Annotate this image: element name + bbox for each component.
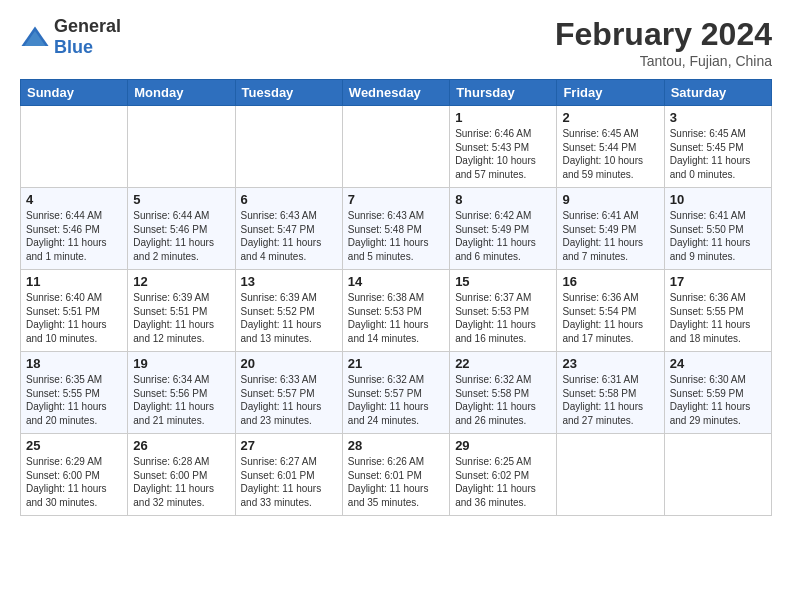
day-info: Sunrise: 6:44 AM Sunset: 5:46 PM Dayligh… <box>26 209 122 263</box>
day-number: 4 <box>26 192 122 207</box>
day-number: 8 <box>455 192 551 207</box>
logo-icon <box>20 25 50 49</box>
day-info: Sunrise: 6:32 AM Sunset: 5:58 PM Dayligh… <box>455 373 551 427</box>
calendar-cell: 26Sunrise: 6:28 AM Sunset: 6:00 PM Dayli… <box>128 434 235 516</box>
day-number: 27 <box>241 438 337 453</box>
day-number: 17 <box>670 274 766 289</box>
day-info: Sunrise: 6:39 AM Sunset: 5:52 PM Dayligh… <box>241 291 337 345</box>
calendar-cell: 2Sunrise: 6:45 AM Sunset: 5:44 PM Daylig… <box>557 106 664 188</box>
day-info: Sunrise: 6:30 AM Sunset: 5:59 PM Dayligh… <box>670 373 766 427</box>
day-number: 19 <box>133 356 229 371</box>
day-number: 22 <box>455 356 551 371</box>
day-info: Sunrise: 6:32 AM Sunset: 5:57 PM Dayligh… <box>348 373 444 427</box>
calendar-header-row: SundayMondayTuesdayWednesdayThursdayFrid… <box>21 80 772 106</box>
calendar-cell: 6Sunrise: 6:43 AM Sunset: 5:47 PM Daylig… <box>235 188 342 270</box>
day-number: 1 <box>455 110 551 125</box>
logo-blue: Blue <box>54 37 93 57</box>
calendar-cell: 5Sunrise: 6:44 AM Sunset: 5:46 PM Daylig… <box>128 188 235 270</box>
day-number: 18 <box>26 356 122 371</box>
calendar-cell: 17Sunrise: 6:36 AM Sunset: 5:55 PM Dayli… <box>664 270 771 352</box>
day-number: 3 <box>670 110 766 125</box>
day-number: 15 <box>455 274 551 289</box>
day-info: Sunrise: 6:43 AM Sunset: 5:47 PM Dayligh… <box>241 209 337 263</box>
weekday-header: Friday <box>557 80 664 106</box>
logo-general: General <box>54 16 121 36</box>
calendar-cell: 18Sunrise: 6:35 AM Sunset: 5:55 PM Dayli… <box>21 352 128 434</box>
day-info: Sunrise: 6:40 AM Sunset: 5:51 PM Dayligh… <box>26 291 122 345</box>
calendar-cell: 7Sunrise: 6:43 AM Sunset: 5:48 PM Daylig… <box>342 188 449 270</box>
calendar-cell: 21Sunrise: 6:32 AM Sunset: 5:57 PM Dayli… <box>342 352 449 434</box>
day-number: 6 <box>241 192 337 207</box>
day-number: 9 <box>562 192 658 207</box>
day-info: Sunrise: 6:41 AM Sunset: 5:50 PM Dayligh… <box>670 209 766 263</box>
calendar-cell: 3Sunrise: 6:45 AM Sunset: 5:45 PM Daylig… <box>664 106 771 188</box>
calendar-week-row: 4Sunrise: 6:44 AM Sunset: 5:46 PM Daylig… <box>21 188 772 270</box>
day-info: Sunrise: 6:38 AM Sunset: 5:53 PM Dayligh… <box>348 291 444 345</box>
weekday-header: Sunday <box>21 80 128 106</box>
calendar-cell <box>342 106 449 188</box>
logo: General Blue <box>20 16 121 58</box>
day-info: Sunrise: 6:33 AM Sunset: 5:57 PM Dayligh… <box>241 373 337 427</box>
calendar-cell: 25Sunrise: 6:29 AM Sunset: 6:00 PM Dayli… <box>21 434 128 516</box>
calendar-cell: 22Sunrise: 6:32 AM Sunset: 5:58 PM Dayli… <box>450 352 557 434</box>
calendar-week-row: 25Sunrise: 6:29 AM Sunset: 6:00 PM Dayli… <box>21 434 772 516</box>
calendar-cell: 20Sunrise: 6:33 AM Sunset: 5:57 PM Dayli… <box>235 352 342 434</box>
page: General Blue February 2024 Tantou, Fujia… <box>0 0 792 612</box>
day-number: 23 <box>562 356 658 371</box>
day-number: 7 <box>348 192 444 207</box>
day-number: 29 <box>455 438 551 453</box>
calendar-cell <box>664 434 771 516</box>
calendar-cell: 16Sunrise: 6:36 AM Sunset: 5:54 PM Dayli… <box>557 270 664 352</box>
day-number: 11 <box>26 274 122 289</box>
calendar-table: SundayMondayTuesdayWednesdayThursdayFrid… <box>20 79 772 516</box>
calendar-week-row: 1Sunrise: 6:46 AM Sunset: 5:43 PM Daylig… <box>21 106 772 188</box>
day-number: 12 <box>133 274 229 289</box>
day-info: Sunrise: 6:28 AM Sunset: 6:00 PM Dayligh… <box>133 455 229 509</box>
day-info: Sunrise: 6:31 AM Sunset: 5:58 PM Dayligh… <box>562 373 658 427</box>
title-block: February 2024 Tantou, Fujian, China <box>555 16 772 69</box>
header: General Blue February 2024 Tantou, Fujia… <box>20 16 772 69</box>
weekday-header: Wednesday <box>342 80 449 106</box>
weekday-header: Saturday <box>664 80 771 106</box>
day-number: 2 <box>562 110 658 125</box>
day-number: 16 <box>562 274 658 289</box>
day-number: 26 <box>133 438 229 453</box>
day-info: Sunrise: 6:37 AM Sunset: 5:53 PM Dayligh… <box>455 291 551 345</box>
day-info: Sunrise: 6:45 AM Sunset: 5:45 PM Dayligh… <box>670 127 766 181</box>
calendar-cell: 27Sunrise: 6:27 AM Sunset: 6:01 PM Dayli… <box>235 434 342 516</box>
day-number: 20 <box>241 356 337 371</box>
calendar-cell <box>557 434 664 516</box>
day-info: Sunrise: 6:36 AM Sunset: 5:54 PM Dayligh… <box>562 291 658 345</box>
calendar-cell: 11Sunrise: 6:40 AM Sunset: 5:51 PM Dayli… <box>21 270 128 352</box>
day-info: Sunrise: 6:44 AM Sunset: 5:46 PM Dayligh… <box>133 209 229 263</box>
day-number: 5 <box>133 192 229 207</box>
calendar-cell: 12Sunrise: 6:39 AM Sunset: 5:51 PM Dayli… <box>128 270 235 352</box>
day-info: Sunrise: 6:41 AM Sunset: 5:49 PM Dayligh… <box>562 209 658 263</box>
calendar-week-row: 11Sunrise: 6:40 AM Sunset: 5:51 PM Dayli… <box>21 270 772 352</box>
day-info: Sunrise: 6:35 AM Sunset: 5:55 PM Dayligh… <box>26 373 122 427</box>
calendar-cell: 28Sunrise: 6:26 AM Sunset: 6:01 PM Dayli… <box>342 434 449 516</box>
calendar-cell: 23Sunrise: 6:31 AM Sunset: 5:58 PM Dayli… <box>557 352 664 434</box>
day-info: Sunrise: 6:43 AM Sunset: 5:48 PM Dayligh… <box>348 209 444 263</box>
day-info: Sunrise: 6:42 AM Sunset: 5:49 PM Dayligh… <box>455 209 551 263</box>
day-info: Sunrise: 6:45 AM Sunset: 5:44 PM Dayligh… <box>562 127 658 181</box>
calendar-cell: 1Sunrise: 6:46 AM Sunset: 5:43 PM Daylig… <box>450 106 557 188</box>
calendar-cell: 13Sunrise: 6:39 AM Sunset: 5:52 PM Dayli… <box>235 270 342 352</box>
calendar-cell: 14Sunrise: 6:38 AM Sunset: 5:53 PM Dayli… <box>342 270 449 352</box>
weekday-header: Tuesday <box>235 80 342 106</box>
calendar-cell: 10Sunrise: 6:41 AM Sunset: 5:50 PM Dayli… <box>664 188 771 270</box>
calendar-cell: 9Sunrise: 6:41 AM Sunset: 5:49 PM Daylig… <box>557 188 664 270</box>
calendar-cell: 24Sunrise: 6:30 AM Sunset: 5:59 PM Dayli… <box>664 352 771 434</box>
day-info: Sunrise: 6:34 AM Sunset: 5:56 PM Dayligh… <box>133 373 229 427</box>
day-number: 13 <box>241 274 337 289</box>
month-year: February 2024 <box>555 16 772 53</box>
day-info: Sunrise: 6:36 AM Sunset: 5:55 PM Dayligh… <box>670 291 766 345</box>
day-info: Sunrise: 6:26 AM Sunset: 6:01 PM Dayligh… <box>348 455 444 509</box>
calendar-cell <box>235 106 342 188</box>
calendar-cell: 4Sunrise: 6:44 AM Sunset: 5:46 PM Daylig… <box>21 188 128 270</box>
calendar-cell: 15Sunrise: 6:37 AM Sunset: 5:53 PM Dayli… <box>450 270 557 352</box>
calendar-cell: 8Sunrise: 6:42 AM Sunset: 5:49 PM Daylig… <box>450 188 557 270</box>
weekday-header: Thursday <box>450 80 557 106</box>
day-number: 24 <box>670 356 766 371</box>
day-info: Sunrise: 6:39 AM Sunset: 5:51 PM Dayligh… <box>133 291 229 345</box>
